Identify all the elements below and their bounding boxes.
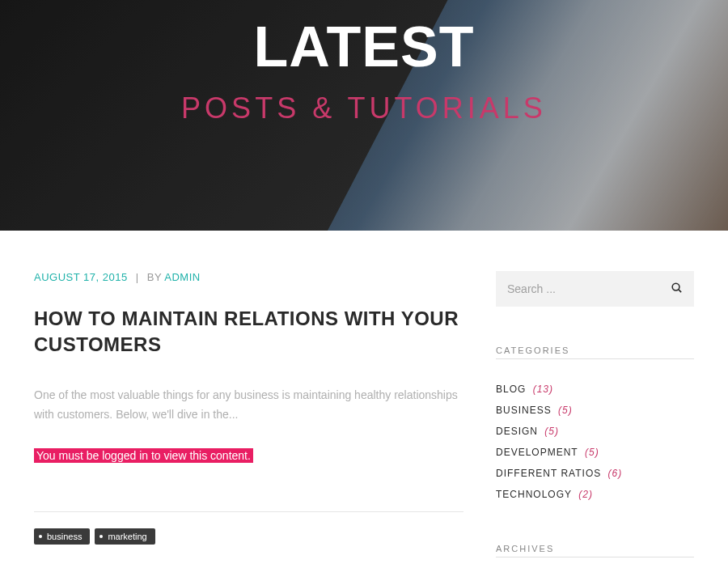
archives-heading: ARCHIVES — [496, 544, 694, 553]
category-item[interactable]: DESIGN (5) — [496, 421, 694, 442]
category-count: (2) — [575, 489, 593, 500]
search-icon[interactable] — [671, 282, 683, 296]
category-item[interactable]: TECHNOLOGY (2) — [496, 484, 694, 505]
category-name: TECHNOLOGY — [496, 489, 572, 500]
svg-line-1 — [679, 290, 681, 292]
category-item[interactable]: DEVELOPMENT (5) — [496, 442, 694, 463]
category-item[interactable]: DIFFERENT RATIOS (6) — [496, 463, 694, 484]
bullet-icon — [39, 535, 42, 538]
hero-subtitle: POSTS & TUTORIALS — [0, 91, 728, 125]
hero-title: LATEST — [0, 15, 728, 79]
hero-banner: LATEST POSTS & TUTORIALS — [0, 0, 728, 231]
post-excerpt: One of the most valuable things for any … — [34, 386, 463, 425]
post-meta: AUGUST 17, 2015 | BY ADMIN — [34, 271, 463, 283]
category-name: BUSINESS — [496, 405, 552, 416]
tag-item[interactable]: marketing — [95, 528, 154, 545]
search-box — [496, 271, 694, 307]
category-name: DIFFERENT RATIOS — [496, 468, 601, 479]
category-name: BLOG — [496, 384, 526, 395]
category-count: (6) — [604, 468, 622, 479]
category-count: (5) — [555, 405, 573, 416]
sidebar: CATEGORIES BLOG (13)BUSINESS (5)DESIGN (… — [496, 271, 694, 568]
post-title: HOW TO MAINTAIN RELATIONS WITH YOUR CUST… — [34, 306, 463, 358]
widget-divider — [496, 358, 694, 359]
category-item[interactable]: BUSINESS (5) — [496, 400, 694, 421]
post-author[interactable]: ADMIN — [164, 271, 200, 283]
by-label: BY — [147, 271, 162, 283]
category-list: BLOG (13)BUSINESS (5)DESIGN (5)DEVELOPME… — [496, 379, 694, 505]
category-name: DEVELOPMENT — [496, 447, 578, 458]
main-content: AUGUST 17, 2015 | BY ADMIN HOW TO MAINTA… — [34, 271, 463, 568]
tag-list: businessmarketing — [34, 528, 463, 545]
category-item[interactable]: BLOG (13) — [496, 379, 694, 400]
svg-point-0 — [672, 283, 679, 290]
categories-heading: CATEGORIES — [496, 345, 694, 355]
widget-divider — [496, 557, 694, 557]
login-notice: You must be logged in to view this conte… — [34, 448, 253, 463]
category-count: (13) — [529, 384, 553, 395]
tag-label: marketing — [108, 532, 146, 541]
post-divider — [34, 511, 463, 512]
category-name: DESIGN — [496, 426, 538, 437]
category-count: (5) — [582, 447, 599, 458]
post-date[interactable]: AUGUST 17, 2015 — [34, 271, 128, 283]
bullet-icon — [99, 535, 103, 538]
search-input[interactable] — [507, 282, 671, 295]
meta-separator: | — [136, 271, 139, 283]
category-count: (5) — [541, 426, 559, 437]
tag-label: business — [47, 532, 82, 541]
tag-item[interactable]: business — [34, 528, 90, 545]
